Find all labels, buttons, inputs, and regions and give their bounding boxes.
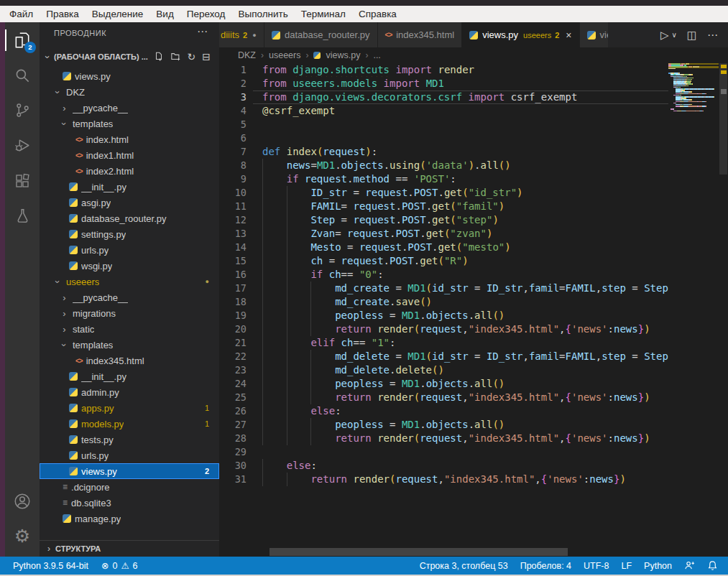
breadcrumb-item[interactable]: ... bbox=[373, 50, 380, 60]
tree-item[interactable]: <>index.html bbox=[40, 131, 219, 147]
python-interpreter-status[interactable]: Python 3.9.5 64-bit bbox=[13, 561, 88, 571]
explorer-button[interactable]: 2 bbox=[5, 22, 40, 57]
tree-item[interactable]: ›static bbox=[40, 321, 219, 337]
line-number[interactable]: 22 bbox=[219, 350, 253, 363]
split-editor-icon[interactable]: ◫ bbox=[687, 29, 697, 42]
tree-item[interactable]: <>index1.html bbox=[40, 147, 219, 163]
testing-button[interactable] bbox=[5, 198, 40, 233]
line-number[interactable]: 24 bbox=[219, 377, 253, 391]
tree-item[interactable]: ›useeers● bbox=[40, 274, 219, 289]
line-number[interactable]: 9 bbox=[219, 172, 253, 186]
tab-index345[interactable]: <> index345.html bbox=[378, 22, 463, 47]
horizontal-scrollbar[interactable] bbox=[269, 548, 568, 556]
new-folder-icon[interactable] bbox=[170, 52, 181, 62]
tree-item[interactable]: views.py bbox=[40, 68, 219, 84]
tree-item[interactable]: ≡.dcignore bbox=[40, 479, 219, 495]
tree-item[interactable]: __init__.py bbox=[40, 368, 219, 384]
line-number[interactable]: 14 bbox=[219, 241, 253, 254]
code-line[interactable]: 14 Mesto = request.POST.get("mesto") bbox=[219, 241, 668, 254]
line-number[interactable]: 30 bbox=[219, 459, 253, 473]
line-number[interactable]: 20 bbox=[219, 322, 253, 336]
notifications-bell-icon[interactable] bbox=[707, 560, 718, 571]
search-button[interactable] bbox=[5, 57, 40, 93]
tree-item[interactable]: urls.py bbox=[40, 447, 219, 463]
line-number[interactable]: 19 bbox=[219, 309, 253, 322]
tree-item[interactable]: manage.py bbox=[40, 511, 219, 526]
line-number[interactable]: 2 bbox=[219, 77, 253, 90]
code-line[interactable]: 10 ID_str = request.POST.get("id_str") bbox=[219, 186, 668, 200]
run-button-icon[interactable]: ▷ bbox=[660, 29, 669, 42]
line-number[interactable]: 29 bbox=[219, 445, 253, 459]
line-number[interactable]: 8 bbox=[219, 159, 253, 172]
tab-views-active[interactable]: views.py useeers 2 × bbox=[462, 22, 579, 47]
line-number[interactable]: 25 bbox=[219, 391, 253, 404]
line-number[interactable]: 18 bbox=[219, 295, 253, 309]
line-number[interactable]: 1 bbox=[219, 63, 253, 77]
code-line[interactable]: 1from django.shortcuts import render bbox=[219, 63, 668, 77]
settings-button[interactable]: ⚙ bbox=[5, 519, 40, 554]
eol-status[interactable]: LF bbox=[621, 561, 632, 571]
breadcrumb-item[interactable]: views.py bbox=[326, 50, 360, 60]
menu-go[interactable]: Переход bbox=[180, 6, 232, 22]
code-line[interactable]: 25 return render(request,"index345.html"… bbox=[219, 391, 668, 404]
tree-item[interactable]: database_roouter.py bbox=[40, 210, 219, 226]
refresh-icon[interactable]: ↻ bbox=[188, 52, 196, 62]
code-line[interactable]: 28 return render(request,"index345.html"… bbox=[219, 432, 668, 445]
tree-item[interactable]: models.py1 bbox=[40, 416, 219, 432]
line-number[interactable]: 28 bbox=[219, 432, 253, 445]
source-control-button[interactable] bbox=[5, 93, 40, 128]
tree-item[interactable]: __init__.py bbox=[40, 179, 219, 195]
code-line[interactable]: 2from useeers.models import MD1 bbox=[219, 77, 668, 90]
code-line[interactable]: 20 return render(request,"index345.html"… bbox=[219, 322, 668, 336]
line-number[interactable]: 6 bbox=[219, 131, 253, 145]
collapse-all-icon[interactable]: ⊟ bbox=[202, 52, 211, 62]
line-number[interactable]: 12 bbox=[219, 213, 253, 227]
menu-run[interactable]: Выполнить bbox=[231, 6, 294, 22]
code-line[interactable]: 6 bbox=[219, 131, 668, 145]
feedback-icon[interactable] bbox=[684, 560, 695, 571]
run-dropdown-icon[interactable]: ∨ bbox=[671, 31, 676, 39]
code-line[interactable]: 16 if ch== "0": bbox=[219, 268, 668, 282]
code-line[interactable]: 24 peopless = MD1.objects.all() bbox=[219, 377, 668, 391]
code-line[interactable]: 7def index(request): bbox=[219, 145, 668, 159]
vertical-scrollbar[interactable] bbox=[719, 63, 728, 508]
problems-status[interactable]: ⊗ 0 ⚠ 6 bbox=[101, 560, 138, 571]
extensions-button[interactable] bbox=[5, 163, 40, 198]
tree-item[interactable]: asgi.py bbox=[40, 195, 219, 210]
tree-item[interactable]: ≡db.sqlite3 bbox=[40, 495, 219, 511]
tab-views-secondary[interactable]: vie bbox=[580, 22, 608, 47]
tree-item[interactable]: <>index2.html bbox=[40, 163, 219, 179]
line-number[interactable]: 4 bbox=[219, 104, 253, 118]
tree-item[interactable]: settings.py bbox=[40, 226, 219, 242]
menu-selection[interactable]: Выделение bbox=[86, 6, 150, 22]
account-button[interactable] bbox=[5, 483, 40, 519]
workspace-section-header[interactable]: › (РАБОЧАЯ ОБЛАСТЬ) ... ↻ ⊟ bbox=[40, 48, 219, 65]
code-line[interactable]: 26 else: bbox=[219, 404, 668, 418]
tab-database-roouter[interactable]: database_roouter.py bbox=[264, 22, 378, 47]
menu-file[interactable]: Файл bbox=[3, 6, 40, 22]
breadcrumb-item[interactable]: DKZ bbox=[238, 50, 256, 60]
code-line[interactable]: 29 bbox=[219, 445, 668, 459]
line-number[interactable]: 3 bbox=[219, 90, 253, 104]
sidebar-more-actions[interactable]: ⋯ bbox=[197, 25, 208, 38]
line-number[interactable]: 23 bbox=[219, 363, 253, 377]
line-number[interactable]: 21 bbox=[219, 336, 253, 350]
code-line[interactable]: 9 if request.method == 'POST': bbox=[219, 172, 668, 186]
scrollbar-thumb[interactable] bbox=[719, 63, 727, 175]
code-line[interactable]: 23 md_delete.delete() bbox=[219, 363, 668, 377]
encoding-status[interactable]: UTF-8 bbox=[584, 561, 609, 571]
line-number[interactable]: 31 bbox=[219, 473, 253, 486]
outline-section-header[interactable]: › СТРУКТУРА bbox=[40, 540, 219, 557]
code-line[interactable]: 17 md_create = MD1(id_str = ID_str,famil… bbox=[219, 282, 668, 295]
code-line[interactable]: 11 FAMIL= request.POST.get("famil") bbox=[219, 200, 668, 213]
line-number[interactable]: 5 bbox=[219, 118, 253, 131]
code-line[interactable]: 4@csrf_exempt bbox=[219, 104, 668, 118]
tree-item[interactable]: ›__pycache__ bbox=[40, 100, 219, 116]
code-line[interactable]: 21 elif ch== "1": bbox=[219, 336, 668, 350]
code-line[interactable]: 8 news=MD1.objects.using('daata').all() bbox=[219, 159, 668, 172]
code-line[interactable]: 18 md_create.save() bbox=[219, 295, 668, 309]
line-number[interactable]: 11 bbox=[219, 200, 253, 213]
line-number[interactable]: 16 bbox=[219, 268, 253, 282]
tree-item[interactable]: <>index345.html bbox=[40, 353, 219, 368]
code-line[interactable]: 31 return render(request,"index345.html"… bbox=[219, 473, 668, 486]
